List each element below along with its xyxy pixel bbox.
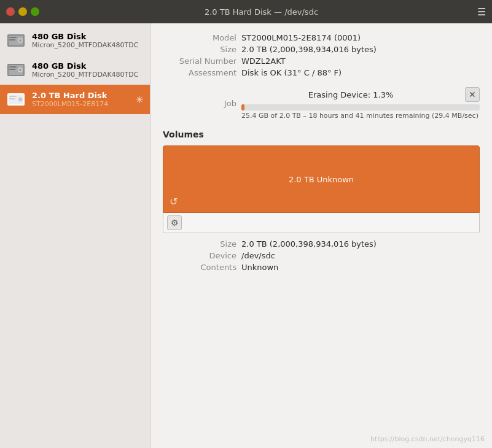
maximize-button[interactable] [31, 7, 39, 16]
model-value: ST2000LM015-2E8174 (0001) [241, 33, 361, 42]
volumes-title: Volumes [163, 129, 480, 139]
svg-rect-10 [9, 66, 17, 68]
job-row: Job Erasing Device: 1.3% ✕ 25.4 GB of 2.… [163, 87, 480, 120]
progress-bar-fill [241, 104, 244, 110]
svg-rect-16 [9, 96, 17, 97]
job-title-row: Erasing Device: 1.3% ✕ [241, 87, 480, 102]
main-container: 480 GB Disk Micron_5200_MTFDDAK480TDC 48… [0, 23, 492, 448]
job-status-text: 25.4 GB of 2.0 TB – 18 hours and 41 minu… [241, 112, 480, 120]
disk-name-1: 480 GB Disk [32, 32, 138, 41]
disk-sub-1: Micron_5200_MTFDDAK480TDC [32, 41, 138, 49]
volume-gear-button[interactable]: ⚙ [167, 215, 182, 230]
sidebar: 480 GB Disk Micron_5200_MTFDDAK480TDC 48… [0, 23, 150, 448]
loading-spinner-icon: ↺ [170, 196, 178, 207]
cancel-icon: ✕ [469, 90, 476, 99]
svg-point-9 [19, 69, 21, 71]
sidebar-item-disk-1[interactable]: 480 GB Disk Micron_5200_MTFDDAK480TDC [0, 26, 150, 55]
vol-contents-row: Contents Unknown [163, 263, 480, 272]
vol-size-value: 2.0 TB (2,000,398,934,016 bytes) [241, 239, 377, 249]
disk-label-1: 480 GB Disk Micron_5200_MTFDDAK480TDC [32, 32, 138, 49]
disk-icon-3 [6, 90, 26, 109]
job-cancel-button[interactable]: ✕ [465, 87, 480, 102]
menu-button[interactable]: ☰ [477, 6, 486, 18]
disk-info-table: Model ST2000LM015-2E8174 (0001) Size 2.0… [163, 33, 480, 77]
disk-name-3: 2.0 TB Hard Disk [32, 91, 108, 100]
svg-rect-11 [9, 69, 15, 70]
vol-device-row: Device /dev/sdc [163, 251, 480, 260]
volume-visual: 2.0 TB Unknown ↺ [163, 145, 480, 213]
assessment-label: Assessment [163, 68, 236, 77]
disk-icon-1 [6, 31, 26, 50]
progress-bar-container [241, 104, 480, 110]
sidebar-item-disk-2[interactable]: 480 GB Disk Micron_5200_MTFDDAK480TDC [0, 55, 150, 85]
vol-device-value: /dev/sdc [241, 251, 275, 260]
vol-size-label: Size [163, 239, 236, 249]
svg-point-15 [19, 98, 21, 101]
gear-icon: ⚙ [171, 218, 179, 228]
content-panel: Model ST2000LM015-2E8174 (0001) Size 2.0… [150, 23, 492, 448]
model-row: Model ST2000LM015-2E8174 (0001) [163, 33, 480, 42]
model-label: Model [163, 33, 236, 42]
size-row: Size 2.0 TB (2,000,398,934,016 bytes) [163, 45, 480, 54]
serial-value: WDZL2AKT [241, 56, 286, 66]
window-controls [6, 7, 39, 16]
disk-sub-3: ST2000LM015-2E8174 [32, 100, 108, 108]
volume-label: 2.0 TB Unknown [289, 175, 354, 184]
svg-rect-5 [9, 39, 15, 41]
job-label: Job [163, 99, 236, 108]
disk-sub-2: Micron_5200_MTFDDAK480TDC [32, 71, 138, 79]
disk-name-2: 480 GB Disk [32, 61, 138, 71]
svg-rect-17 [9, 98, 15, 99]
size-value: 2.0 TB (2,000,398,934,016 bytes) [241, 45, 377, 54]
vol-contents-label: Contents [163, 263, 236, 272]
disk-icon-2 [6, 60, 26, 80]
serial-row: Serial Number WDZL2AKT [163, 56, 480, 66]
assessment-value: Disk is OK (31° C / 88° F) [241, 68, 342, 77]
close-button[interactable] [6, 7, 15, 16]
vol-contents-value: Unknown [241, 263, 278, 272]
volumes-section: Volumes 2.0 TB Unknown ↺ ⚙ Size 2.0 TB (… [163, 129, 480, 272]
minimize-button[interactable] [18, 7, 27, 16]
job-content: Erasing Device: 1.3% ✕ 25.4 GB of 2.0 TB… [241, 87, 480, 120]
volume-info: Size 2.0 TB (2,000,398,934,016 bytes) De… [163, 239, 480, 272]
vol-device-label: Device [163, 251, 236, 260]
volume-toolbar: ⚙ [163, 213, 480, 233]
job-title: Erasing Device: 1.3% [241, 90, 460, 99]
svg-rect-4 [9, 37, 17, 38]
size-label: Size [163, 45, 236, 54]
serial-label: Serial Number [163, 56, 236, 66]
disk-label-2: 480 GB Disk Micron_5200_MTFDDAK480TDC [32, 61, 138, 79]
svg-point-3 [19, 39, 21, 42]
window-title: 2.0 TB Hard Disk — /dev/sdc [45, 7, 477, 17]
disk-label-3: 2.0 TB Hard Disk ST2000LM015-2E8174 [32, 91, 108, 108]
sidebar-item-disk-3[interactable]: 2.0 TB Hard Disk ST2000LM015-2E8174 ✳ [0, 85, 150, 114]
titlebar: 2.0 TB Hard Disk — /dev/sdc ☰ [0, 0, 492, 23]
watermark: https://blog.csdn.net/chengyq116 [370, 435, 485, 443]
vol-size-row: Size 2.0 TB (2,000,398,934,016 bytes) [163, 239, 480, 249]
assessment-row: Assessment Disk is OK (31° C / 88° F) [163, 68, 480, 77]
spinning-icon: ✳ [136, 94, 144, 106]
